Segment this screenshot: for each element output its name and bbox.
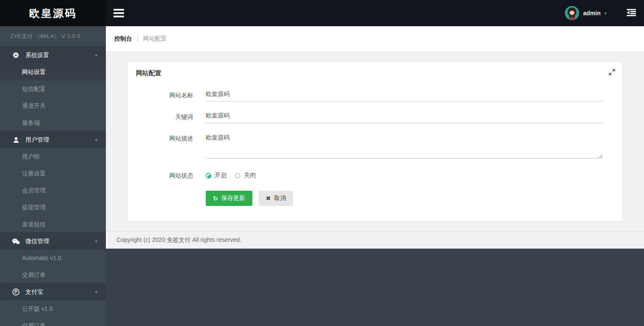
breadcrumb-root-link[interactable]: 控制台 xyxy=(114,35,132,43)
sidebar-item-public-v1[interactable]: 公开版 v1.0 xyxy=(0,300,106,317)
status-off-label: 关闭 xyxy=(244,172,256,179)
status-on-label: 开启 xyxy=(215,172,227,179)
breadcrumb-separator: / xyxy=(137,36,138,42)
sidebar-section-user-management[interactable]: 用户管理 ▾ xyxy=(0,131,106,148)
sidebar-item-website-settings[interactable]: 网站设置 xyxy=(0,63,106,80)
form-row-site-name: 网站名称 xyxy=(136,89,614,101)
keywords-label: 关键词 xyxy=(136,111,206,121)
sidebar-item-register-settings[interactable]: 注册设置 xyxy=(0,165,106,182)
save-button[interactable]: ↻ 保存更新 xyxy=(206,191,252,206)
gear-icon xyxy=(12,52,20,59)
sidebar-item-sms-config[interactable]: 短信配置 xyxy=(0,80,106,97)
page-footer: Copyright (c) 2020 免签支付 All rights reser… xyxy=(106,231,644,249)
breadcrumb: 控制台 / 网站配置 xyxy=(106,26,644,52)
form-row-actions: ↻ 保存更新 ✖ 取消 xyxy=(136,189,614,206)
menu-toggle-button[interactable] xyxy=(113,4,132,22)
hamburger-icon xyxy=(113,9,124,11)
collapse-panel-button[interactable] xyxy=(618,0,644,26)
form-row-site-status: 网站状态 开启 关闭 xyxy=(136,170,614,180)
form-row-keywords: 关键词 xyxy=(136,111,614,123)
user-icon xyxy=(12,136,20,143)
website-config-form: 网站名称 关键词 网站描述 欧皇源码 xyxy=(136,89,614,206)
main-area: 控制台 / 网站配置 网站配置 网站名称 关键词 xyxy=(106,26,644,249)
avatar xyxy=(565,6,579,20)
chevron-down-icon: ▾ xyxy=(95,289,97,295)
card-title: 网站配置 xyxy=(136,69,614,77)
radio-checked-icon xyxy=(206,173,211,178)
svg-text:P: P xyxy=(14,290,17,294)
chevron-down-icon: ▾ xyxy=(604,11,607,16)
cancel-button-label: 取消 xyxy=(274,195,286,202)
sidebar-item-member-management[interactable]: 会员管理 xyxy=(0,182,106,199)
content-area: 网站配置 网站名称 关键词 xyxy=(106,52,644,231)
copyright-text: Copyright (c) 2020 免签支付 All rights reser… xyxy=(116,236,241,244)
status-off-radio[interactable]: 关闭 xyxy=(235,172,256,179)
sidebar-item-server-side[interactable]: 服务端 xyxy=(0,114,106,131)
site-status-radio-group: 开启 关闭 xyxy=(206,170,603,179)
breadcrumb-current: 网站配置 xyxy=(143,35,167,43)
sidebar: ZYE支付 （MILA） V 2.0.0 系统设置 ▾ 网站设置 短信配置 通道… xyxy=(0,26,106,326)
sidebar-item-user-group[interactable]: 用户组 xyxy=(0,148,106,165)
description-textarea[interactable]: 欧皇源码 xyxy=(206,132,603,159)
app-logo[interactable]: 欧皇源码 xyxy=(0,0,106,26)
description-label: 网站描述 xyxy=(136,132,206,142)
sidebar-nav: 系统设置 ▾ 网站设置 短信配置 通道开关 服务端 用户管理 ▾ 用户组 注册设… xyxy=(0,47,106,326)
section-label: 微信管理 xyxy=(25,238,49,245)
section-label: 支付宝 xyxy=(25,288,43,296)
sidebar-section-wechat-management[interactable]: 微信管理 ▾ xyxy=(0,233,106,249)
sidebar-item-channel-switch[interactable]: 通道开关 xyxy=(0,97,106,114)
app-version-label: ZYE支付 （MILA） V 2.0.0 xyxy=(0,26,106,47)
sidebar-item-send-sms[interactable]: 发送短信 xyxy=(0,216,106,233)
chevron-down-icon: ▾ xyxy=(95,238,97,244)
outdent-icon xyxy=(626,8,636,18)
sidebar-item-automatic-v1[interactable]: Automatic v1.0 xyxy=(0,249,106,266)
radio-unchecked-icon xyxy=(235,173,240,178)
cancel-button[interactable]: ✖ 取消 xyxy=(259,191,293,206)
website-config-card: 网站配置 网站名称 关键词 xyxy=(127,61,623,222)
user-menu[interactable]: admin ▾ xyxy=(561,6,618,20)
sidebar-section-alipay[interactable]: P 支付宝 ▾ xyxy=(0,283,106,300)
sidebar-item-alipay-orders[interactable]: 交易订单 xyxy=(0,317,106,326)
wechat-icon xyxy=(12,238,20,245)
site-status-label: 网站状态 xyxy=(136,170,206,180)
chevron-down-icon: ▾ xyxy=(95,52,97,58)
chevron-down-icon: ▾ xyxy=(95,137,97,143)
status-on-radio[interactable]: 开启 xyxy=(206,172,227,179)
expand-icon[interactable] xyxy=(608,68,616,77)
site-name-input[interactable] xyxy=(206,89,603,101)
sidebar-item-withdraw-management[interactable]: 提现管理 xyxy=(0,199,106,216)
refresh-icon: ↻ xyxy=(213,195,218,201)
save-button-label: 保存更新 xyxy=(221,195,245,202)
close-icon: ✖ xyxy=(266,195,271,201)
site-name-label: 网站名称 xyxy=(136,89,206,99)
form-row-description: 网站描述 欧皇源码 xyxy=(136,132,614,160)
username: admin xyxy=(583,10,600,16)
section-label: 系统设置 xyxy=(25,52,49,59)
sidebar-item-wechat-orders[interactable]: 交易订单 xyxy=(0,266,106,283)
keywords-input[interactable] xyxy=(206,111,603,123)
section-label: 用户管理 xyxy=(25,136,49,144)
sidebar-section-system-settings[interactable]: 系统设置 ▾ xyxy=(0,47,106,63)
alipay-icon: P xyxy=(12,288,20,296)
topbar: 欧皇源码 admin ▾ xyxy=(0,0,644,26)
